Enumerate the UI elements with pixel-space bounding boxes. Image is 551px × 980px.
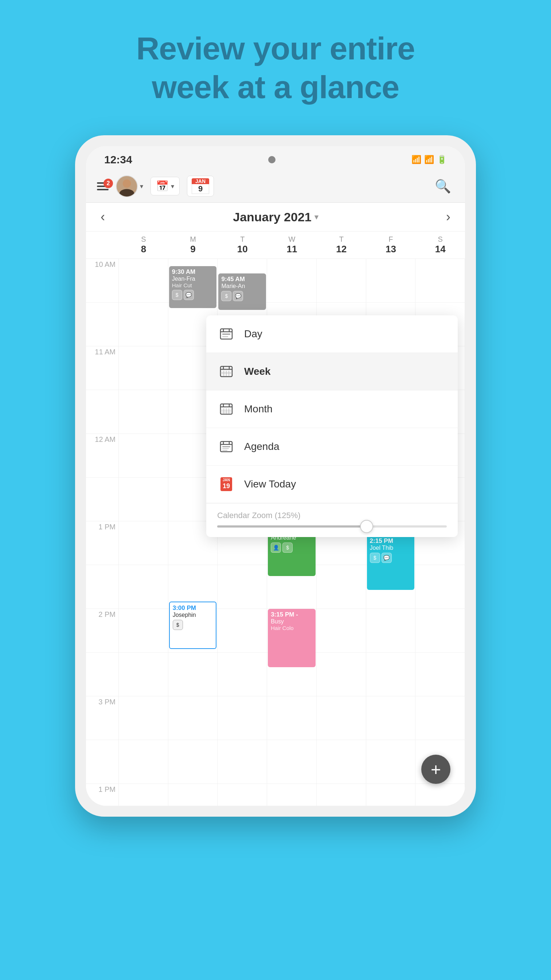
person-icon: 👤 bbox=[271, 542, 281, 553]
day-letter-tue: T bbox=[218, 235, 267, 243]
event-jean[interactable]: 9:30 AM Jean-Fra Hair Cut $ 💬 bbox=[169, 266, 217, 308]
agenda-view-icon bbox=[217, 438, 235, 456]
day-header-thu: T 12 bbox=[317, 232, 366, 258]
status-time: 12:34 bbox=[104, 153, 132, 166]
event-time: 9:45 AM bbox=[221, 275, 263, 283]
svg-rect-30 bbox=[222, 446, 230, 447]
dropdown-item-view-today[interactable]: JAN 19 View Today bbox=[206, 466, 458, 503]
avatar bbox=[116, 175, 138, 197]
svg-point-0 bbox=[123, 180, 131, 188]
day-col-sun bbox=[119, 259, 168, 806]
prev-month-button[interactable]: ‹ bbox=[97, 209, 109, 224]
time-slot-10-30 bbox=[86, 302, 118, 346]
battery-icon: 🔋 bbox=[437, 155, 447, 164]
event-name: Joel Thib bbox=[370, 545, 412, 551]
day-number-sat: 14 bbox=[415, 243, 465, 255]
event-marie1[interactable]: 9:45 AM Marie-An $ 💬 bbox=[218, 274, 266, 310]
month-title[interactable]: January 2021 ▾ bbox=[233, 210, 318, 224]
today-month-label: JAN bbox=[192, 178, 209, 184]
today-button[interactable]: JAN 9 bbox=[187, 176, 214, 197]
day-header-sat: S 14 bbox=[415, 232, 465, 258]
day-view-icon bbox=[217, 325, 235, 343]
month-view-icon bbox=[217, 400, 235, 418]
day-number-fri: 13 bbox=[366, 243, 416, 255]
app-toolbar: 2 ▾ 📅 ▾ JAN 9 🔍 bbox=[86, 170, 465, 203]
zoom-section: Calendar Zoom (125%) bbox=[206, 503, 458, 537]
svg-rect-32 bbox=[222, 450, 227, 451]
time-slot-3-30 bbox=[86, 740, 118, 784]
day-letter-wed: W bbox=[267, 235, 317, 243]
day-number-tue: 10 bbox=[218, 243, 267, 255]
hero-line1: Review your entire bbox=[136, 29, 415, 68]
event-name: Marie-An bbox=[221, 283, 263, 290]
event-name: Josephin bbox=[173, 612, 213, 618]
chat-icon: 💬 bbox=[381, 553, 392, 563]
today-view-icon: JAN 19 bbox=[217, 475, 235, 493]
day-letter-thu: T bbox=[317, 235, 366, 243]
svg-point-1 bbox=[119, 189, 134, 197]
view-selector-button[interactable]: 📅 ▾ bbox=[151, 177, 179, 196]
day-header-sun: S 8 bbox=[119, 232, 168, 258]
zoom-slider-thumb[interactable] bbox=[360, 520, 373, 533]
view-selector-arrow: ▾ bbox=[171, 182, 174, 190]
dropdown-item-week[interactable]: Week bbox=[206, 353, 458, 390]
event-josephin[interactable]: 3:00 PM Josephin $ bbox=[169, 601, 217, 649]
today-day-label: 9 bbox=[192, 184, 209, 194]
event-time: 3:00 PM bbox=[173, 605, 213, 612]
zoom-slider-track[interactable] bbox=[217, 525, 447, 528]
day-label: Day bbox=[244, 328, 262, 340]
time-slot-10am: 10 AM bbox=[86, 259, 118, 302]
day-header-tue: T 10 bbox=[218, 232, 267, 258]
add-appointment-fab[interactable]: + bbox=[421, 755, 450, 784]
day-letter-fri: F bbox=[366, 235, 416, 243]
time-slot-1pm-2: 1 PM bbox=[86, 784, 118, 806]
calendar-nav: ‹ January 2021 ▾ › bbox=[86, 203, 465, 232]
dropdown-item-month[interactable]: Month bbox=[206, 390, 458, 428]
day-letter-sun: S bbox=[119, 235, 168, 243]
dollar-icon: $ bbox=[221, 291, 232, 301]
day-letter-sat: S bbox=[415, 235, 465, 243]
zoom-label: Calendar Zoom (125%) bbox=[217, 511, 447, 520]
agenda-label: Agenda bbox=[244, 441, 279, 452]
week-label: Week bbox=[244, 366, 271, 377]
notification-badge: 2 bbox=[103, 179, 113, 188]
time-slot-11-30 bbox=[86, 390, 118, 434]
dropdown-item-agenda[interactable]: Agenda bbox=[206, 428, 458, 466]
menu-button[interactable]: 2 bbox=[97, 182, 109, 190]
day-number-sun: 8 bbox=[119, 243, 168, 255]
time-slot-2pm: 2 PM bbox=[86, 609, 118, 652]
day-header-mon: M 9 bbox=[168, 232, 218, 258]
signal-icon: 📶 bbox=[424, 155, 434, 164]
dollar-icon: $ bbox=[172, 290, 182, 300]
phone-wrapper: 12:34 📶 📶 🔋 2 ▾ bbox=[75, 135, 476, 817]
event-busy[interactable]: 3:15 PM - Busy Hair Colo bbox=[268, 609, 316, 667]
time-slot-2-30 bbox=[86, 652, 118, 696]
zoom-slider-fill bbox=[217, 525, 367, 528]
search-button[interactable]: 🔍 bbox=[432, 176, 454, 197]
dropdown-item-day[interactable]: Day bbox=[206, 315, 458, 353]
day-number-thu: 12 bbox=[317, 243, 366, 255]
dollar-icon: $ bbox=[173, 620, 183, 630]
day-number-mon: 9 bbox=[168, 243, 218, 255]
day-header-fri: F 13 bbox=[366, 232, 416, 258]
dollar-icon: $ bbox=[370, 553, 380, 563]
status-bar: 12:34 📶 📶 🔋 bbox=[86, 146, 465, 170]
month-dropdown-arrow: ▾ bbox=[314, 213, 318, 221]
week-view-icon bbox=[217, 363, 235, 380]
dollar-icon: $ bbox=[283, 542, 293, 553]
event-name: Jean-Fra bbox=[172, 275, 214, 282]
time-gutter-header bbox=[86, 232, 119, 258]
phone-screen: 12:34 📶 📶 🔋 2 ▾ bbox=[86, 146, 465, 806]
day-headers-row: S 8 M 9 T 10 W 11 T 12 F 13 bbox=[86, 232, 465, 259]
event-time: 3:15 PM - bbox=[271, 611, 313, 618]
avatar-button[interactable]: ▾ bbox=[116, 175, 143, 197]
month-label: Month bbox=[244, 403, 273, 415]
svg-rect-31 bbox=[222, 448, 229, 449]
event-service: Hair Colo bbox=[271, 625, 313, 631]
next-month-button[interactable]: › bbox=[442, 209, 454, 224]
view-dropdown: Day Week Month bbox=[206, 315, 458, 537]
event-joel[interactable]: 2:15 PM Joel Thib $ 💬 bbox=[367, 535, 415, 590]
time-slot-1pm: 1 PM bbox=[86, 521, 118, 565]
time-slot-12-30 bbox=[86, 477, 118, 521]
hero-text: Review your entire week at a glance bbox=[136, 29, 415, 106]
